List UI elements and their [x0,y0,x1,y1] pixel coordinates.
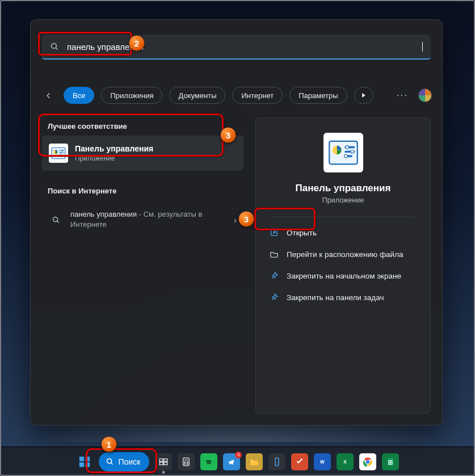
search-input[interactable] [67,42,423,52]
search-icon [50,42,59,51]
svg-rect-31 [183,458,190,466]
preview-title: Панель управления [296,183,391,194]
svg-point-9 [59,154,61,156]
svg-point-10 [53,217,57,221]
svg-rect-23 [79,462,83,466]
taskbar: Поиск 2 W X [0,446,475,476]
svg-rect-28 [164,458,167,461]
todo-icon[interactable] [291,453,308,470]
svg-point-25 [107,459,111,464]
web-search-result[interactable]: панель управления - См. результаты в Инт… [42,204,243,235]
web-search-text: панель управления - См. результаты в Инт… [70,209,218,230]
sheets-icon[interactable] [382,453,399,470]
filter-all[interactable]: Все [64,87,94,104]
svg-rect-40 [275,458,279,466]
overflow-menu[interactable]: ··· [393,90,411,101]
action-pin-taskbar[interactable]: Закрепить на панели задач [264,287,422,308]
search-window: Все Приложения Документы Интернет Параме… [30,19,443,426]
svg-rect-30 [164,462,167,465]
svg-rect-27 [160,458,163,461]
svg-rect-29 [160,462,163,465]
search-icon [106,457,114,466]
calculator-icon[interactable] [178,453,195,470]
start-button[interactable] [76,453,93,470]
svg-point-7 [60,150,61,151]
svg-line-11 [57,221,58,222]
svg-line-1 [56,48,57,49]
preview-panel: Панель управления Приложение Открыть Пер… [255,117,431,414]
phone-link-icon[interactable] [268,453,285,470]
text-caret [422,42,423,52]
open-icon [270,228,279,237]
section-web-search: Поиск в Интернете [48,187,116,195]
filter-docs[interactable]: Документы [169,87,225,104]
user-avatar[interactable] [418,89,432,102]
pin-icon [270,293,279,302]
svg-point-34 [187,462,188,463]
svg-point-0 [52,44,57,49]
svg-text:W: W [320,460,325,465]
filter-web[interactable]: Интернет [232,87,283,104]
svg-point-46 [366,460,370,464]
svg-rect-21 [79,456,83,461]
action-open[interactable]: Открыть [264,222,422,243]
divider [272,217,415,217]
excel-icon[interactable]: X [337,453,354,470]
section-best-match: Лучшее соответствие [48,122,127,130]
search-icon [49,216,62,224]
control-panel-icon [49,144,68,163]
svg-point-33 [184,462,186,463]
search-bar[interactable] [42,35,431,60]
folder-icon [270,250,279,259]
action-open-location[interactable]: Перейти к расположению файла [264,243,422,265]
filter-row: Все Приложения Документы Интернет Параме… [41,86,432,105]
svg-point-19 [344,154,347,158]
task-view-icon[interactable] [155,453,172,470]
svg-point-36 [187,464,188,465]
svg-line-26 [111,463,112,465]
chevron-right-icon: › [234,216,237,224]
filter-settings[interactable]: Параметры [289,87,347,104]
svg-rect-24 [85,462,90,466]
control-panel-icon [323,133,363,172]
telegram-icon[interactable]: 2 [223,453,240,470]
svg-point-8 [62,152,64,154]
explorer-icon[interactable] [246,453,263,470]
back-button[interactable] [41,88,56,103]
svg-point-17 [345,146,348,149]
result-subtitle: Приложение [75,154,153,162]
word-icon[interactable]: W [314,453,331,470]
chrome-icon[interactable] [359,453,376,470]
filter-apps[interactable]: Приложения [101,87,162,104]
svg-point-35 [184,464,186,465]
filter-more[interactable] [354,87,373,104]
svg-rect-22 [85,456,90,461]
preview-subtitle: Приложение [322,196,364,204]
taskbar-search[interactable]: Поиск [99,452,150,471]
result-title: Панель управления [75,144,153,153]
svg-point-18 [350,150,354,154]
result-control-panel[interactable]: Панель управления Приложение [42,136,243,171]
svg-rect-39 [251,461,259,465]
pin-icon [270,271,279,280]
svg-text:X: X [344,460,347,465]
action-pin-start[interactable]: Закрепить на начальном экране [264,265,422,287]
spotify-icon[interactable] [200,453,217,470]
